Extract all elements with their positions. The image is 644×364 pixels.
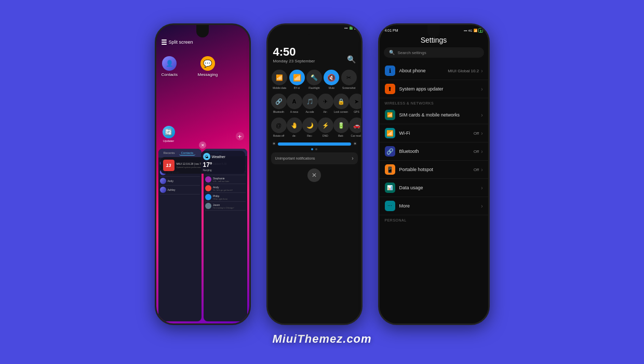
quick-tiles-row-3: @ Rotate off 🤚 de- 🌙 Rec- ⚡: [268, 115, 361, 139]
quick-tile-autobrightness[interactable]: A A-ness: [287, 94, 302, 113]
wifi-value: Off: [474, 131, 479, 136]
search-icon: 🔍: [389, 50, 395, 55]
quick-tile-mobile-data[interactable]: 📶 Mobile data: [272, 70, 287, 89]
tile-label: Au-ode: [305, 110, 314, 113]
settings-item-wifi[interactable]: 📶 Wi-Fi Off ›: [380, 124, 488, 142]
updater-app[interactable]: 🔄 Updater: [163, 126, 175, 142]
settings-item-hotspot[interactable]: 📱 Portable hotspot Off ›: [380, 161, 488, 179]
recents-tab[interactable]: Recents: [162, 151, 177, 155]
contacts-label: Contacts: [162, 72, 178, 77]
more-label: More: [399, 203, 481, 209]
brightness-slider-row: ☀ ☀: [272, 141, 357, 146]
bluetooth-icon: 🔗: [271, 94, 287, 109]
quick-tile-screenshot[interactable]: ✂ Screenshot: [341, 70, 357, 89]
about-phone-label: About phone: [399, 68, 448, 73]
notification-panel: ▪▪▪ ▮ 4:50 Monday 23 September 🔍: [268, 25, 361, 323]
quick-tile-lockscreen[interactable]: 🔒 Lock screen: [333, 94, 349, 113]
chevron-right-icon: ›: [481, 149, 482, 154]
phones-container: Split screen 👤 Contacts 💬 Messaging: [155, 23, 490, 325]
settings-status-right: ▪▪▪ 4G 📶 ▮: [464, 28, 482, 33]
contacts-tab[interactable]: Contacts: [179, 151, 196, 155]
quick-tile-flashlight[interactable]: 🔦 Flashlight: [306, 70, 322, 89]
split-screen-bg: Split screen 👤 Contacts 💬 Messaging: [156, 25, 249, 323]
settings-search-bar[interactable]: 🔍 Search settings: [384, 47, 484, 58]
quick-tile-battery[interactable]: 🔋 Batt-: [333, 118, 349, 137]
list-item: Philip I'll be right there: [205, 193, 246, 202]
contacts-panel: Recents Contacts My profile: [158, 149, 202, 321]
add-button[interactable]: +: [236, 132, 244, 140]
quick-tile-wifi[interactable]: 📶 BY-xi: [289, 70, 305, 89]
site-label: MiuiThemez.com: [155, 332, 490, 346]
car-mode-icon: 🚗: [349, 118, 361, 133]
tile-label: Flashlight: [308, 86, 319, 89]
battery-saver-icon: 🔋: [333, 118, 349, 133]
auto-brightness-icon: A: [287, 94, 302, 109]
avatar: [205, 185, 211, 191]
battery-icon: ▮: [354, 26, 356, 30]
gps-icon: ➤: [349, 94, 361, 109]
settings-item-data-usage[interactable]: 📊 Data usage ›: [380, 179, 488, 197]
contacts-app[interactable]: 👤 Contacts: [162, 56, 178, 77]
system-apps-updater-label: System apps updater: [399, 86, 481, 92]
tile-label: Mute: [329, 86, 334, 89]
system-apps-icon: ⬆: [385, 84, 395, 94]
quick-tile-airplane[interactable]: ✈ Air-: [318, 94, 333, 113]
bluetooth-settings-icon: 🔗: [385, 146, 395, 157]
phone-3: 4:01 PM ▪▪▪ 4G 📶 ▮ Settings 🔍 Search: [378, 23, 490, 325]
brightness-slider[interactable]: [278, 142, 351, 146]
msg-text: Philip I'll be right there: [213, 194, 246, 200]
settings-item-sim-cards[interactable]: 📶 SIM cards & mobile networks ›: [380, 106, 488, 124]
wifi-label: Wi-Fi: [399, 131, 474, 136]
screenshot-icon: ✂: [341, 70, 357, 85]
notification-close-button[interactable]: ✕: [307, 168, 321, 182]
page-dot-2: [315, 148, 317, 150]
chevron-right-icon: ›: [352, 155, 353, 161]
list-name: Andy: [168, 179, 200, 183]
tile-label: Car mode: [351, 134, 361, 137]
hotspot-label: Portable hotspot: [399, 167, 474, 172]
signal-icon: ▪▪▪: [344, 27, 347, 30]
quick-tile-rotate[interactable]: @ Rotate off: [271, 118, 287, 137]
weather-location: Nanjing: [203, 168, 243, 172]
quick-tiles-row-1: 📶 Mobile data 📶 BY-xi 🔦 Flashlight: [268, 68, 361, 92]
contacts-avatar: 👤: [162, 56, 177, 71]
settings-item-more[interactable]: ⋯ More ›: [380, 197, 488, 215]
list-item: Jason I'm moving to Chicago!: [205, 202, 246, 211]
phone-2-screen: ▪▪▪ ▮ 4:50 Monday 23 September 🔍: [268, 25, 361, 323]
quick-tile-rec[interactable]: 🌙 Rec-: [302, 118, 318, 137]
moon-icon: 🌙: [302, 118, 318, 133]
notification-search-icon[interactable]: 🔍: [347, 55, 356, 63]
audio-icon: 🎵: [302, 94, 318, 109]
msg-preview: I'm moving to Chicago!: [213, 206, 246, 209]
close-button[interactable]: ✕: [199, 141, 206, 149]
wifi-status: [350, 27, 353, 30]
msg-text: Andy Yo, let's go get lunch!: [213, 186, 246, 191]
hotspot-value: Off: [474, 167, 479, 172]
unimportant-notifications-card[interactable]: Unimportant notifications ›: [271, 152, 358, 164]
tile-label: de-: [292, 134, 296, 137]
weather-temp: 17°: [203, 161, 243, 168]
page-dot-1: [311, 148, 313, 150]
quick-tile-mute[interactable]: 🔇 Mute: [324, 70, 339, 89]
quick-tile-dnd[interactable]: ⚡ DND: [318, 118, 333, 137]
tile-label: Air-: [324, 110, 328, 113]
quick-tile-bluetooth[interactable]: 🔗 Bluetooth: [271, 94, 287, 113]
tile-label: Lock screen: [334, 110, 348, 113]
messaging-app[interactable]: 💬 Messaging: [198, 56, 218, 77]
hotspot-icon: 📱: [385, 164, 395, 175]
quick-tile-de[interactable]: 🤚 de-: [287, 118, 302, 137]
quick-tile-carmode[interactable]: 🚗 Car mode: [349, 118, 361, 137]
quick-tile-audio[interactable]: 🎵 Au-ode: [302, 94, 318, 113]
weather-title: Weather: [212, 155, 225, 159]
wifi-icon: 📶: [289, 70, 305, 85]
list-text: Ashley: [168, 188, 200, 191]
settings-item-system-apps-updater[interactable]: ⬆ System apps updater ›: [380, 80, 488, 98]
settings-status-time: 4:01 PM: [385, 29, 398, 32]
avatar: [205, 194, 211, 200]
avatar: [205, 176, 211, 183]
phone-2: ▪▪▪ ▮ 4:50 Monday 23 September 🔍: [266, 23, 363, 325]
quick-tile-gps[interactable]: ➤ GPS: [349, 94, 361, 113]
list-name: Ashley: [168, 188, 200, 191]
settings-item-about-phone[interactable]: ℹ About phone MIUI Global 10.2 ›: [380, 62, 488, 80]
settings-item-bluetooth[interactable]: 🔗 Bluetooth Off ›: [380, 142, 488, 161]
